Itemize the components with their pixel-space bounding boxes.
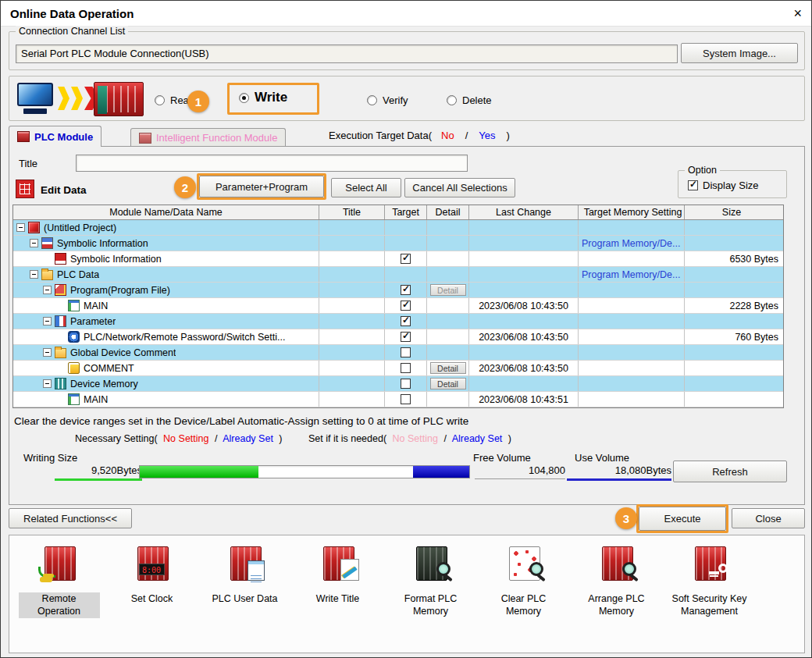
detail-button[interactable]: Detail (430, 378, 466, 389)
related-function-clear-plc-memory[interactable]: Clear PLC Memory (477, 545, 570, 618)
tree-collapse-icon[interactable] (43, 317, 52, 325)
cell-size (685, 392, 783, 407)
table-row[interactable]: Symbolic InformationProgram Memory/De... (13, 236, 783, 251)
close-icon[interactable]: × (793, 6, 802, 20)
related-function-write-title[interactable]: Write Title (291, 545, 384, 605)
target-checkbox[interactable] (401, 363, 411, 373)
verify-radio[interactable]: Verify (367, 92, 408, 108)
cell-last (469, 283, 579, 297)
table-row[interactable]: (Untitled Project) (13, 220, 783, 236)
table-row[interactable]: PLC DataProgram Memory/De... (13, 267, 783, 283)
related-function-label: Format PLC Memory (390, 592, 472, 618)
row-label: Parameter (70, 316, 116, 327)
plc-data-table: Module Name/Data Name Title Target Detai… (12, 205, 784, 408)
tab-intelligent-function-module[interactable]: Intelligent Function Module (130, 128, 286, 147)
related-function-remote-operation[interactable]: Remote Operation (12, 545, 105, 618)
devmem-icon (55, 378, 66, 389)
intelligent-module-tab-icon (139, 133, 151, 144)
use-volume-label: Use Volume (575, 452, 629, 464)
table-row[interactable]: Symbolic Information6530 Bytes (13, 251, 783, 267)
related-function-set-clock[interactable]: 8:00 Set Clock (105, 545, 198, 605)
tree-collapse-icon[interactable] (43, 379, 52, 388)
cancel-all-selections-button[interactable]: Cancel All Selections (404, 178, 515, 197)
cell-size (685, 236, 783, 251)
tab-plc-module[interactable]: PLC Module (9, 126, 102, 147)
related-function-arrange-plc-memory[interactable]: Arrange PLC Memory (570, 545, 663, 618)
write-radio[interactable]: Write (239, 90, 287, 105)
target-checkbox[interactable] (401, 394, 411, 404)
tree-collapse-icon[interactable] (30, 239, 38, 247)
main-icon (68, 300, 80, 311)
tree-collapse-icon[interactable] (16, 223, 25, 232)
target-checkbox[interactable] (401, 301, 411, 311)
cell-mem (579, 329, 685, 344)
table-row[interactable]: Global Device Comment (13, 345, 783, 361)
connection-channel-field[interactable]: Serial Port PLC Module Connection(USB) (16, 44, 678, 63)
verify-radio-circle[interactable] (367, 95, 377, 105)
related-function-soft-security-key[interactable]: Soft Security Key Management (663, 545, 756, 618)
arrange-plc-memory-icon (596, 545, 638, 582)
display-size-checkbox-row[interactable]: Display Size (688, 180, 759, 191)
target-checkbox[interactable] (401, 379, 411, 389)
target-checkbox[interactable] (401, 316, 411, 326)
cell-module-name: Device Memory (13, 376, 319, 391)
target-checkbox[interactable] (401, 347, 411, 357)
sym-own-icon (55, 253, 66, 265)
table-row[interactable]: COMMENTDetail2023/06/08 10:43:50 (13, 361, 783, 376)
table-row[interactable]: Device MemoryDetail (13, 376, 783, 392)
detail-button[interactable]: Detail (430, 284, 466, 296)
cell-target (385, 298, 427, 313)
write-radio-circle[interactable] (239, 93, 249, 103)
close-button[interactable]: Close (732, 508, 805, 528)
column-header-module-name: Module Name/Data Name (13, 205, 319, 219)
table-row[interactable]: PLC/Network/Remote Password/Switch Setti… (13, 329, 783, 345)
target-checkbox[interactable] (401, 254, 411, 264)
related-function-plc-user-data[interactable]: PLC User Data (198, 545, 291, 605)
column-header-target-memory: Target Memory Setting (579, 205, 685, 219)
table-row[interactable]: Parameter (13, 314, 783, 329)
cell-detail: Detail (427, 283, 469, 297)
step-badge-3: 3 (615, 507, 637, 529)
execution-target-data: Execution Target Data(No/Yes) (329, 130, 510, 141)
cell-size (685, 283, 783, 297)
cell-target (385, 236, 427, 251)
read-radio-circle[interactable] (155, 95, 165, 105)
refresh-button[interactable]: Refresh (673, 461, 787, 482)
related-functions-button[interactable]: Related Functions<< (9, 508, 132, 528)
target-checkbox[interactable] (401, 285, 411, 295)
option-group-label: Option (685, 165, 720, 176)
tab-intelligent-label: Intelligent Function Module (156, 132, 277, 144)
display-size-checkbox[interactable] (688, 180, 698, 190)
table-row[interactable]: MAIN2023/06/08 10:43:502228 Bytes (13, 298, 783, 314)
delete-radio-circle[interactable] (447, 95, 457, 105)
column-header-last-change: Last Change (469, 205, 579, 219)
cell-last (469, 236, 579, 251)
cell-detail (427, 345, 469, 360)
related-function-label: Arrange PLC Memory (576, 592, 657, 618)
table-row[interactable]: MAIN2023/06/08 10:43:51 (13, 392, 783, 407)
cell-target (385, 361, 427, 375)
row-label: PLC Data (57, 269, 99, 280)
folder-icon (41, 270, 53, 280)
execute-button[interactable]: Execute (639, 507, 726, 531)
cell-target (385, 314, 427, 329)
cell-target (385, 345, 427, 360)
tree-collapse-icon[interactable] (43, 286, 52, 294)
write-label: Write (255, 90, 287, 105)
cell-title (319, 314, 385, 329)
parameter-program-button[interactable]: Parameter+Program (199, 176, 324, 197)
system-image-button[interactable]: System Image... (681, 43, 798, 63)
tree-collapse-icon[interactable] (43, 348, 52, 357)
tree-collapse-icon[interactable] (30, 270, 38, 279)
table-row[interactable]: Program(Program File)Detail (13, 283, 783, 298)
delete-radio[interactable]: Delete (447, 92, 492, 108)
online-data-operation-dialog: Online Data Operation × Connection Chann… (0, 0, 812, 658)
related-function-format-plc-memory[interactable]: Format PLC Memory (384, 545, 477, 618)
cell-module-name: MAIN (13, 298, 319, 313)
cell-module-name: Parameter (13, 314, 319, 329)
select-all-button[interactable]: Select All (331, 178, 401, 197)
title-input[interactable] (76, 155, 468, 172)
table-header: Module Name/Data Name Title Target Detai… (13, 205, 783, 220)
target-checkbox[interactable] (401, 332, 411, 342)
detail-button[interactable]: Detail (430, 362, 466, 374)
